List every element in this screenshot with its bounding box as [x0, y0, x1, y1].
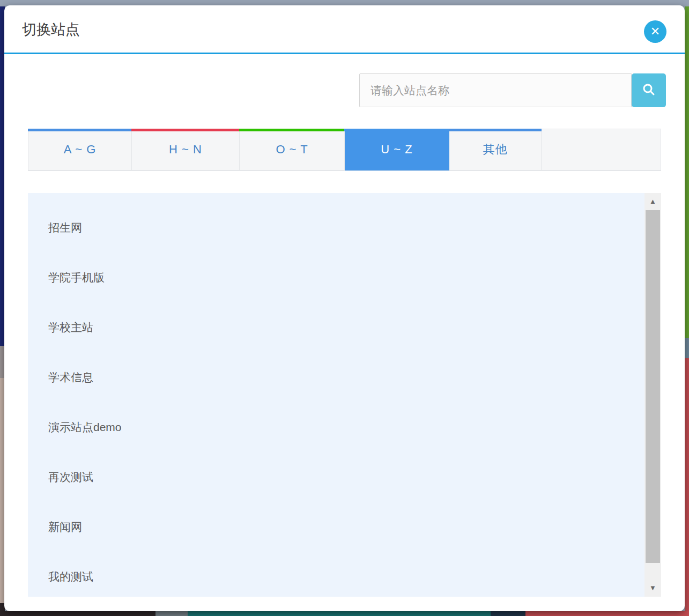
scroll-down-icon[interactable]: ▼ — [644, 580, 661, 597]
scrollbar-thumb[interactable] — [646, 210, 660, 563]
tab-label: H ~ N — [169, 143, 202, 157]
list-item[interactable]: 演示站点demo — [28, 402, 644, 452]
page-background-right — [685, 6, 689, 338]
tab-label: O ~ T — [276, 143, 308, 157]
page-background-bottom — [525, 611, 689, 616]
tab-label: A ~ G — [64, 143, 97, 157]
page-background-bottom — [0, 611, 155, 616]
site-rows: 招生网学院手机版学校主站学术信息演示站点demo再次测试新闻网我的测试 — [28, 203, 644, 602]
modal-title: 切换站点 — [22, 5, 80, 54]
tab-accent-bar — [28, 129, 132, 131]
close-icon[interactable]: ✕ — [644, 20, 666, 43]
tab-accent-bar — [239, 129, 345, 131]
list-item[interactable]: 学术信息 — [28, 352, 644, 402]
tab-1[interactable]: A ~ G — [28, 129, 132, 170]
page-background-right — [685, 358, 689, 616]
modal-header: 切换站点 ✕ — [4, 5, 685, 54]
scrollbar[interactable]: ▲ ▼ — [644, 193, 661, 597]
tab-5[interactable]: 其他 — [449, 129, 542, 170]
page-background-bottom — [155, 611, 188, 616]
search-input[interactable] — [359, 73, 632, 107]
list-item[interactable]: 学院手机版 — [28, 253, 644, 302]
tab-label: 其他 — [483, 142, 508, 158]
scroll-up-icon[interactable]: ▲ — [644, 193, 661, 210]
list-item[interactable]: 我的测试 — [28, 552, 644, 602]
tab-accent-bar — [449, 129, 542, 131]
tab-label: U ~ Z — [381, 143, 412, 157]
list-item[interactable]: 新闻网 — [28, 502, 644, 552]
page-background-bottom — [491, 611, 525, 616]
tab-accent-bar — [344, 129, 449, 131]
list-item[interactable]: 学校主站 — [28, 302, 644, 352]
tab-4[interactable]: U ~ Z — [345, 129, 449, 170]
tab-accent-bar — [131, 129, 240, 131]
page-background-bottom — [188, 611, 491, 616]
page-background-right — [685, 338, 689, 358]
search-button[interactable] — [632, 73, 666, 107]
tab-2[interactable]: H ~ N — [132, 129, 240, 170]
letter-tab-bar: A ~ GH ~ NO ~ TU ~ Z其他 — [28, 129, 661, 171]
tab-3[interactable]: O ~ T — [240, 129, 345, 170]
search-icon — [641, 82, 656, 99]
list-item[interactable]: 再次测试 — [28, 452, 644, 502]
tab-filler — [542, 129, 661, 170]
switch-site-modal: 切换站点 ✕ A ~ GH ~ NO ~ TU ~ Z其他 招生网学院手机版学校… — [4, 5, 685, 611]
list-item[interactable]: 招生网 — [28, 203, 644, 253]
site-list-panel: 招生网学院手机版学校主站学术信息演示站点demo再次测试新闻网我的测试 ▲ ▼ — [28, 193, 661, 597]
